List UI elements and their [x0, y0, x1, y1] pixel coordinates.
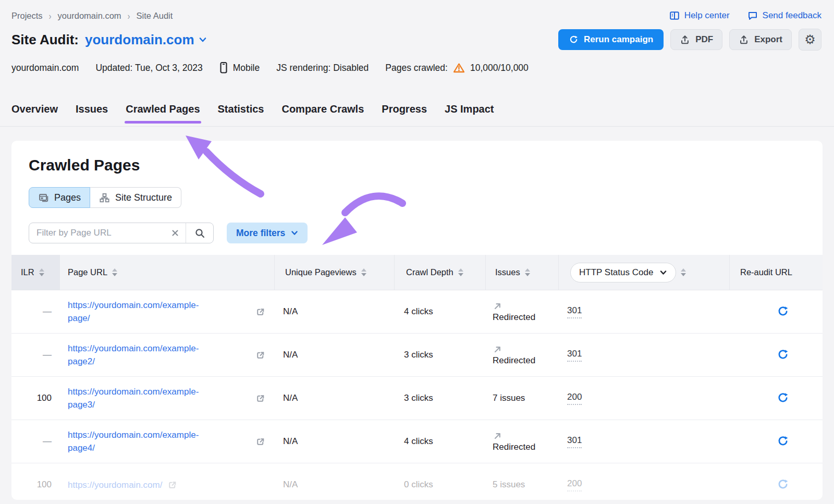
reaudit-button[interactable] [777, 349, 789, 361]
tab-overview[interactable]: Overview [11, 103, 58, 115]
more-filters-button[interactable]: More filters [227, 223, 308, 243]
settings-button[interactable]: ⚙ [799, 29, 821, 51]
crawl-depth-value: 3 clicks [395, 393, 486, 403]
tab-js-impact[interactable]: JS Impact [445, 103, 494, 115]
refresh-icon [569, 35, 579, 45]
meta-pages-crawled-label: Pages crawled: [385, 63, 448, 73]
sort-icon[interactable] [681, 268, 686, 276]
sort-icon[interactable] [112, 268, 117, 276]
speech-bubble-icon [747, 10, 758, 21]
page-url-cell: https://yourdomain.com/ [60, 478, 275, 491]
tabs-divider [0, 126, 834, 127]
breadcrumb-domain[interactable]: yourdomain.com [58, 11, 121, 21]
tab-issues[interactable]: Issues [76, 103, 108, 115]
url-filter-input[interactable] [29, 228, 165, 238]
column-header-ilr[interactable]: ILR [11, 255, 60, 290]
upload-icon [680, 34, 690, 45]
page-url-link[interactable]: https://yourdomain.com/example-page2/ [68, 342, 251, 368]
redirect-arrow-icon [493, 301, 559, 311]
toggle-site-structure-button[interactable]: Site Structure [90, 187, 181, 208]
page-url-link[interactable]: https://yourdomain.com/example-page/ [68, 299, 251, 325]
breadcrumb-projects[interactable]: Projects [11, 11, 43, 21]
breadcrumb-site-audit[interactable]: Site Audit [137, 11, 173, 21]
issues-value: Redirected [493, 442, 559, 452]
crawl-depth-value: 4 clicks [395, 436, 486, 447]
tab-statistics[interactable]: Statistics [218, 103, 264, 115]
crawl-depth-value: 0 clicks [395, 480, 486, 490]
column-header-crawl-depth[interactable]: Crawl Depth [395, 255, 486, 290]
reaudit-button[interactable] [777, 392, 789, 404]
upload-icon [739, 34, 749, 45]
issues-cell: Redirected [486, 301, 559, 323]
campaign-domain: yourdomain.com [85, 32, 194, 48]
campaign-selector[interactable]: yourdomain.com [85, 32, 206, 48]
redirect-arrow-icon [493, 431, 559, 440]
report-tabs: Overview Issues Crawled Pages Statistics… [0, 103, 834, 115]
reaudit-button[interactable] [777, 478, 789, 491]
meta-pages-crawled-value: 10,000/10,000 [470, 63, 529, 73]
sort-icon[interactable] [458, 268, 463, 276]
http-status-value[interactable]: 301 [567, 305, 582, 318]
issues-value[interactable]: 7 issues [493, 393, 559, 403]
sort-icon[interactable] [361, 268, 366, 276]
page-url-link[interactable]: https://yourdomain.com/example-page4/ [68, 428, 251, 454]
column-header-page-url[interactable]: Page URL [60, 255, 275, 290]
sort-icon[interactable] [39, 268, 44, 276]
page-url-link[interactable]: https://yourdomain.com/example-page3/ [68, 385, 251, 411]
help-center-link[interactable]: Help center [669, 10, 730, 21]
meta-domain: yourdomain.com [11, 63, 79, 73]
ilr-value: — [11, 350, 60, 360]
crawl-depth-value: 4 clicks [395, 306, 486, 317]
crawled-pages-panel: Crawled Pages Pages Site Structure Mo [11, 141, 823, 500]
issues-value[interactable]: 5 issues [493, 480, 559, 490]
pdf-button[interactable]: PDF [670, 29, 722, 50]
sort-icon[interactable] [525, 268, 530, 276]
meta-updated: Updated: Tue, Oct 3, 2023 [95, 63, 202, 73]
clear-icon[interactable] [165, 229, 186, 237]
unique-pageviews-value: N/A [275, 436, 395, 447]
crawl-depth-value: 3 clicks [395, 350, 486, 360]
external-link-icon[interactable] [255, 394, 265, 403]
unique-pageviews-value: N/A [275, 350, 395, 360]
send-feedback-link[interactable]: Send feedback [747, 10, 821, 21]
table-row: — https://yourdomain.com/example-page2/ … [11, 334, 823, 377]
meta-device: Mobile [233, 63, 260, 73]
warning-icon [453, 63, 465, 73]
issues-cell: 5 issues [486, 480, 559, 490]
page-url-link[interactable]: https://yourdomain.com/ [68, 478, 162, 491]
reaudit-button[interactable] [777, 435, 789, 448]
http-status-value[interactable]: 301 [567, 349, 582, 362]
external-link-icon[interactable] [255, 307, 265, 317]
reaudit-button[interactable] [777, 305, 789, 318]
table-row: — https://yourdomain.com/example-page/ N… [11, 290, 823, 334]
gear-icon: ⚙ [804, 33, 816, 46]
issues-value: Redirected [493, 312, 559, 323]
toggle-pages-button[interactable]: Pages [29, 187, 90, 208]
send-feedback-label: Send feedback [763, 10, 821, 21]
http-status-filter-dropdown[interactable]: HTTP Status Code [570, 263, 676, 282]
http-status-value[interactable]: 200 [567, 392, 582, 405]
pdf-label: PDF [695, 34, 713, 45]
issues-value: Redirected [493, 355, 559, 366]
title-row: Site Audit: yourdomain.com Rerun campaig… [0, 21, 834, 51]
table-row: — https://yourdomain.com/example-page4/ … [11, 420, 823, 463]
export-button[interactable]: Export [729, 29, 792, 50]
tab-compare-crawls[interactable]: Compare Crawls [281, 103, 364, 115]
rerun-campaign-button[interactable]: Rerun campaign [558, 29, 664, 50]
column-header-unique-pageviews[interactable]: Unique Pageviews [275, 255, 395, 290]
export-label: Export [754, 34, 782, 45]
search-button[interactable] [186, 223, 213, 243]
issues-cell: Redirected [486, 431, 559, 452]
http-status-value[interactable]: 200 [567, 478, 582, 491]
column-header-issues[interactable]: Issues [486, 255, 559, 290]
external-link-icon[interactable] [167, 480, 177, 490]
tab-crawled-pages[interactable]: Crawled Pages [126, 103, 200, 115]
http-status-value[interactable]: 301 [567, 435, 582, 448]
external-link-icon[interactable] [255, 437, 265, 447]
page-title: Site Audit: [11, 32, 79, 48]
tab-progress[interactable]: Progress [382, 103, 427, 115]
meta-js-rendering: JS rendering: Disabled [276, 63, 369, 73]
external-link-icon[interactable] [255, 350, 265, 360]
chevron-down-icon [291, 230, 298, 236]
page-url-cell: https://yourdomain.com/example-page2/ [60, 342, 275, 368]
